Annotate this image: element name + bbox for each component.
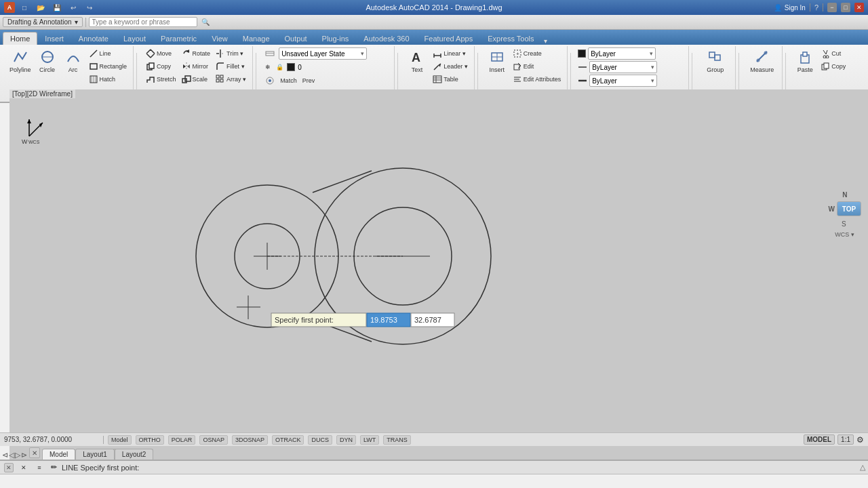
ribbon-options[interactable]: ▾ bbox=[544, 37, 547, 45]
tab-autodesk360[interactable]: Autodesk 360 bbox=[356, 32, 416, 45]
mirror-button[interactable]: Mirror bbox=[180, 60, 213, 73]
arc-button[interactable]: Arc bbox=[61, 47, 85, 75]
canvas-area[interactable]: W WCS Specify first bbox=[9, 89, 868, 460]
layout-nav-last[interactable]: ⊳ bbox=[21, 451, 27, 460]
rotate-button[interactable]: Rotate bbox=[180, 47, 213, 60]
tab-home[interactable]: Home bbox=[3, 32, 37, 45]
layer-manager-button[interactable] bbox=[263, 47, 277, 60]
hatch-button[interactable]: Hatch bbox=[87, 73, 130, 85]
line-button[interactable]: Line bbox=[87, 47, 130, 60]
restore-button[interactable]: □ bbox=[841, 3, 850, 12]
minimize-button[interactable]: − bbox=[827, 3, 837, 12]
layout-nav-next[interactable]: ▷ bbox=[15, 451, 20, 460]
view-top-button[interactable]: TOP bbox=[837, 201, 861, 216]
edit-block-button[interactable]: Edit bbox=[511, 60, 564, 73]
help-icon[interactable]: ? bbox=[814, 3, 818, 12]
tab-output[interactable]: Output bbox=[277, 32, 315, 45]
model-space-button[interactable]: Model bbox=[108, 435, 132, 445]
new-button[interactable]: □ bbox=[18, 1, 31, 14]
paste-button[interactable]: Paste bbox=[793, 47, 817, 75]
layer-state-dropdown[interactable]: Unsaved Layer State bbox=[279, 47, 367, 60]
tab-express-tools[interactable]: Express Tools bbox=[480, 32, 541, 45]
color-picker[interactable] bbox=[578, 49, 586, 58]
compass-north: N bbox=[842, 191, 847, 199]
layer-state-value: Unsaved Layer State bbox=[281, 50, 344, 58]
layer-lock-button[interactable]: 🔒 bbox=[274, 61, 285, 73]
title-bar-right: 👤 Sign In ? − □ ✕ bbox=[774, 3, 864, 12]
close-button[interactable]: ✕ bbox=[854, 3, 864, 12]
command-expand-button[interactable]: ≡ bbox=[33, 462, 46, 474]
tab-layout[interactable]: Layout bbox=[116, 32, 153, 45]
leader-button[interactable]: Leader ▾ bbox=[431, 60, 470, 73]
wcs-dropdown-icon[interactable]: ▾ bbox=[851, 231, 854, 238]
command-close-button[interactable]: ✕ bbox=[4, 463, 14, 472]
clipboard-cut-button[interactable]: Cut bbox=[818, 47, 848, 60]
trans-button[interactable]: TRANS bbox=[383, 435, 411, 445]
command-scroll-up[interactable]: △ bbox=[860, 463, 865, 472]
fillet-button[interactable]: Fillet ▾ bbox=[214, 60, 248, 73]
layout-tab-layout1[interactable]: Layout1 bbox=[75, 449, 115, 460]
ducs-button[interactable]: DUCS bbox=[308, 435, 332, 445]
tab-view[interactable]: View bbox=[204, 32, 235, 45]
circle-button[interactable]: Circle bbox=[35, 47, 60, 75]
3dosnap-button[interactable]: 3DOSNAP bbox=[232, 435, 268, 445]
scale-button[interactable]: Scale bbox=[180, 73, 213, 85]
status-right-area: MODEL 1:1 ⚙ bbox=[804, 434, 864, 445]
divider-2 bbox=[256, 53, 256, 94]
edit-attributes-button[interactable]: Edit Attributes bbox=[511, 73, 564, 85]
color-dropdown[interactable]: ByLayer bbox=[588, 47, 656, 60]
table-button[interactable]: Table bbox=[431, 73, 470, 85]
polyline-button[interactable]: Polyline bbox=[7, 47, 34, 75]
layout-tab-model[interactable]: Model bbox=[42, 449, 75, 460]
text-button[interactable]: A Text bbox=[405, 47, 429, 75]
layout-close-button[interactable]: ✕ bbox=[29, 447, 40, 458]
create-button[interactable]: + Create bbox=[511, 47, 564, 60]
osnap-button[interactable]: OSNAP bbox=[199, 435, 228, 445]
array-button[interactable]: Array ▾ bbox=[214, 73, 248, 85]
otrack-button[interactable]: OTRACK bbox=[272, 435, 304, 445]
move-button[interactable]: Move bbox=[144, 47, 178, 60]
tab-plugins[interactable]: Plug-ins bbox=[315, 32, 357, 45]
layer-match-button[interactable]: Match bbox=[278, 75, 299, 87]
layer-freeze-button[interactable]: ❄ bbox=[263, 61, 273, 73]
tab-annotate[interactable]: Annotate bbox=[71, 32, 116, 45]
workspace-selector[interactable]: Drafting & Annotation ▾ bbox=[3, 17, 83, 27]
signin-label[interactable]: Sign In bbox=[785, 4, 806, 12]
tab-insert[interactable]: Insert bbox=[37, 32, 71, 45]
dyn-button[interactable]: DYN bbox=[336, 435, 356, 445]
linear-button[interactable]: Linear ▾ bbox=[431, 47, 470, 60]
layout-nav-prev[interactable]: ◁ bbox=[9, 451, 14, 460]
search-button[interactable]: 🔍 bbox=[199, 16, 212, 28]
layer-color[interactable] bbox=[287, 63, 295, 71]
tab-parametric[interactable]: Parametric bbox=[153, 32, 204, 45]
lineweight-dropdown[interactable]: ByLayer bbox=[589, 75, 657, 87]
search-input[interactable] bbox=[89, 17, 197, 27]
polar-button[interactable]: POLAR bbox=[168, 435, 196, 445]
measure-button[interactable]: Measure bbox=[747, 47, 776, 75]
lwt-button[interactable]: LWT bbox=[360, 435, 379, 445]
clipboard-copy-button[interactable]: Copy bbox=[818, 60, 848, 73]
trim-button[interactable]: Trim ▾ bbox=[214, 47, 248, 60]
tab-manage[interactable]: Manage bbox=[235, 32, 277, 45]
view-cube: N W TOP S WCS ▾ bbox=[829, 191, 861, 238]
layer-make-current-button[interactable] bbox=[263, 75, 277, 87]
linetype-dropdown[interactable]: ByLayer bbox=[589, 61, 657, 73]
cad-drawing: Specify first point: 19.8753 32.6787 bbox=[9, 89, 868, 460]
tab-featured-apps[interactable]: Featured Apps bbox=[417, 32, 481, 45]
copy-button[interactable]: Copy bbox=[144, 60, 178, 73]
layout-tab-layout2[interactable]: Layout2 bbox=[115, 449, 154, 460]
ortho-button[interactable]: ORTHO bbox=[136, 435, 164, 445]
insert-button[interactable]: Insert bbox=[485, 47, 509, 75]
undo-button[interactable]: ↩ bbox=[66, 1, 80, 14]
stretch-button[interactable]: Stretch bbox=[144, 73, 178, 85]
open-button[interactable]: 📂 bbox=[34, 1, 47, 14]
redo-button[interactable]: ↪ bbox=[83, 1, 96, 14]
layout-nav-first[interactable]: ⊲ bbox=[2, 451, 8, 460]
settings-icon[interactable]: ⚙ bbox=[856, 435, 864, 445]
save-button[interactable]: 💾 bbox=[50, 1, 64, 14]
rectangle-button[interactable]: Rectangle bbox=[87, 60, 130, 73]
layer-previous-button[interactable]: Prev bbox=[300, 75, 317, 87]
text-icon: A bbox=[409, 49, 425, 65]
group-button[interactable]: Group bbox=[703, 47, 728, 75]
command-smaller-button[interactable]: ✕ bbox=[17, 462, 31, 474]
